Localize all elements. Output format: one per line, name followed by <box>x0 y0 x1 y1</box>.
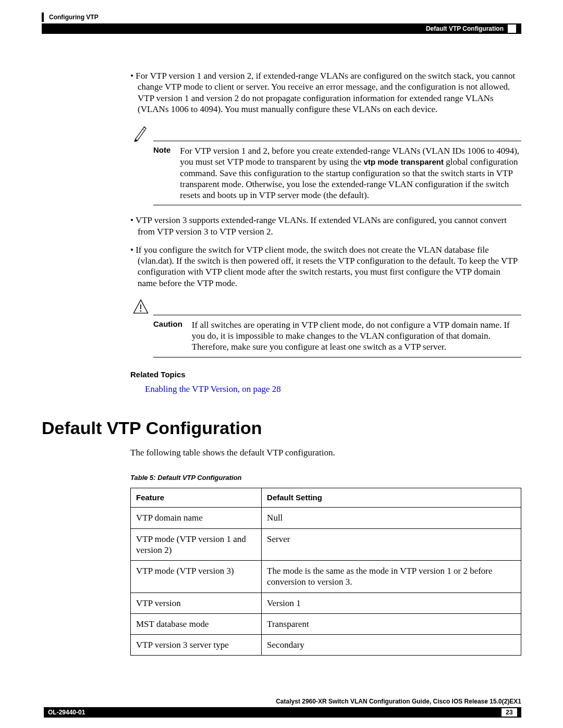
table-row: VTP versionVersion 1 <box>131 593 521 613</box>
caution-icon <box>130 298 151 316</box>
table-row: VTP version 3 server typeSecondary <box>131 635 521 656</box>
note-label: Note <box>153 145 180 201</box>
footer-sep-icon <box>42 707 44 718</box>
footer-guide-title: Catalyst 2960-XR Switch VLAN Configurati… <box>42 698 521 705</box>
note-bold-command: vtp mode transparent <box>364 157 444 166</box>
table-row: MST database modeTransparent <box>131 613 521 634</box>
caution-text: If all switches are operating in VTP cli… <box>192 319 521 353</box>
col-feature: Feature <box>131 488 262 508</box>
footer-page-number: 23 <box>501 708 517 717</box>
chapter-title: Configuring VTP <box>49 14 99 21</box>
table-row: VTP domain nameNull <box>131 508 521 528</box>
svg-line-0 <box>142 129 144 130</box>
header-block-icon <box>508 24 516 33</box>
table-row: VTP mode (VTP version 1 and version 2)Se… <box>131 528 521 561</box>
section-header-text: Default VTP Configuration <box>426 25 504 32</box>
svg-point-2 <box>140 310 142 312</box>
footer-bar: OL-29440-01 23 <box>42 707 521 718</box>
table-caption: Table 5: Default VTP Configuration <box>130 474 521 482</box>
col-default: Default Setting <box>262 488 521 508</box>
section-intro: The following table shows the default VT… <box>130 447 521 458</box>
related-topics-heading: Related Topics <box>130 370 521 380</box>
bullet-1: • For VTP version 1 and version 2, if ex… <box>130 70 521 115</box>
vtp-config-table: Feature Default Setting VTP domain nameN… <box>130 488 521 656</box>
note-icon <box>130 124 151 142</box>
footer-doc-id: OL-29440-01 <box>48 709 85 716</box>
page-footer: Catalyst 2960-XR Switch VLAN Configurati… <box>42 698 521 718</box>
section-header-bar: Default VTP Configuration <box>42 23 521 34</box>
running-header: Configuring VTP <box>42 13 521 22</box>
note-admonition: Note For VTP version 1 and 2, before you… <box>130 124 521 205</box>
bullet-3: • If you configure the switch for VTP cl… <box>130 244 521 289</box>
bullet-2: • VTP version 3 supports extended-range … <box>130 215 521 237</box>
table-row: VTP mode (VTP version 3)The mode is the … <box>131 561 521 593</box>
page-content: • For VTP version 1 and version 2, if ex… <box>130 70 521 656</box>
header-bar-icon <box>42 13 44 22</box>
note-text: For VTP version 1 and 2, before you crea… <box>180 145 521 201</box>
related-topic-link[interactable]: Enabling the VTP Version, on page 28 <box>145 384 281 394</box>
section-title: Default VTP Configuration <box>42 417 521 439</box>
caution-admonition: Caution If all switches are operating in… <box>130 298 521 357</box>
caution-label: Caution <box>153 319 192 353</box>
